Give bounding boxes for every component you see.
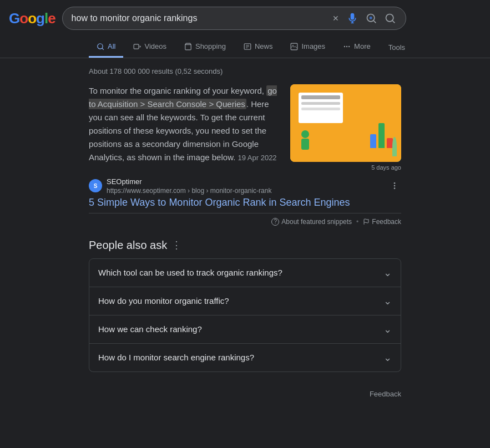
source-more-button[interactable] <box>388 179 401 192</box>
search-icon <box>385 13 396 24</box>
shopping-icon <box>184 43 192 50</box>
paa-list: Which tool can be used to track organic … <box>89 258 401 372</box>
clear-button[interactable] <box>331 13 340 24</box>
nav-tabs: All Videos Shopping News Images <box>0 37 490 58</box>
more-dots-icon <box>343 43 351 50</box>
svg-line-8 <box>102 48 104 49</box>
logo-letter-g: G <box>9 10 19 27</box>
snippet-image-label: 5 days ago <box>290 164 401 171</box>
logo-letter-e: e <box>48 10 55 27</box>
about-snippets-link[interactable]: ? About featured snippets <box>271 218 352 226</box>
illus-screen <box>299 93 343 123</box>
results-count: About 178 000 000 results (0,52 seconds) <box>89 67 401 75</box>
snippet-feedback-label: Feedback <box>372 218 401 226</box>
svg-point-23 <box>394 188 396 190</box>
paa-item-2[interactable]: How we can check ranking? ⌄ <box>89 315 401 344</box>
featured-snippet: To monitor the organic ranking of your k… <box>89 84 401 171</box>
illus-chart <box>370 123 393 148</box>
about-snippets-label: About featured snippets <box>281 218 352 226</box>
paa-header: People also ask ⋮ <box>89 239 401 252</box>
paa-question-2: How we can check ranking? <box>98 324 202 334</box>
bottom-feedback[interactable]: Feedback <box>0 383 490 405</box>
svg-line-3 <box>373 21 376 23</box>
header: Google how to monitor organic rankings <box>0 0 490 37</box>
lens-button[interactable] <box>365 12 378 25</box>
paa-more-button[interactable]: ⋮ <box>171 239 181 251</box>
all-icon <box>97 43 104 50</box>
tab-images[interactable]: Images <box>282 37 333 58</box>
tab-shopping[interactable]: Shopping <box>176 37 234 58</box>
svg-line-6 <box>392 21 395 23</box>
question-icon: ? <box>271 218 279 226</box>
snippet-text-block: To monitor the organic ranking of your k… <box>89 84 281 171</box>
search-icons <box>331 12 397 25</box>
google-logo[interactable]: Google <box>9 10 55 27</box>
logo-letter-g2: g <box>36 10 44 27</box>
snippet-date: 19 Apr 2022 <box>238 154 276 162</box>
logo-letter-o2: o <box>28 10 36 27</box>
results-area: About 178 000 000 results (0,52 seconds)… <box>0 58 490 383</box>
snippet-text: To monitor the organic ranking of your k… <box>89 84 281 164</box>
flag-icon <box>363 218 370 225</box>
tab-all[interactable]: All <box>89 37 123 58</box>
chevron-down-icon-2: ⌄ <box>383 323 392 335</box>
svg-point-18 <box>344 45 345 47</box>
svg-rect-9 <box>134 44 139 48</box>
source-favicon: S <box>89 179 102 192</box>
search-input[interactable]: how to monitor organic rankings <box>72 13 327 23</box>
separator: • <box>356 218 358 226</box>
voice-search-button[interactable] <box>346 12 359 25</box>
paa-question-0: Which tool can be used to track organic … <box>98 268 282 277</box>
paa-title: People also ask <box>89 239 167 252</box>
snippet-feedback-link[interactable]: Feedback <box>363 218 401 226</box>
svg-point-4 <box>369 17 372 19</box>
snippet-image[interactable] <box>290 84 401 162</box>
paa-item-0[interactable]: Which tool can be used to track organic … <box>89 258 401 287</box>
svg-marker-10 <box>140 45 141 48</box>
more-vertical-icon <box>390 181 399 190</box>
logo-letter-o1: o <box>19 10 28 27</box>
snippet-image-block: 5 days ago <box>290 84 401 171</box>
chevron-down-icon-1: ⌄ <box>383 295 392 307</box>
images-icon <box>290 43 298 50</box>
paa-section: People also ask ⋮ Which tool can be used… <box>89 239 401 372</box>
svg-point-20 <box>348 45 350 47</box>
snippet-footer: ? About featured snippets • Feedback <box>89 213 401 230</box>
source-info: SEOptimer https://www.seoptimer.com › bl… <box>107 177 383 195</box>
tab-videos[interactable]: Videos <box>125 37 174 58</box>
tab-news[interactable]: News <box>236 37 281 58</box>
paa-question-3: How do I monitor search engine rankings? <box>98 353 254 362</box>
source-url: https://www.seoptimer.com › blog › monit… <box>107 187 383 195</box>
close-icon <box>332 14 339 23</box>
paa-item-1[interactable]: How do you monitor organic traffic? ⌄ <box>89 287 401 315</box>
source-line: S SEOptimer https://www.seoptimer.com › … <box>89 177 401 195</box>
paa-question-1: How do you monitor organic traffic? <box>98 296 229 306</box>
snippet-title-link[interactable]: 5 Simple Ways to Monitor Organic Rank in… <box>89 197 401 208</box>
mic-icon <box>347 13 358 24</box>
svg-point-19 <box>346 45 347 47</box>
tab-more[interactable]: More <box>335 37 378 58</box>
snippet-image-inner <box>290 84 401 162</box>
illus-plant <box>392 137 397 156</box>
tools-button[interactable]: Tools <box>381 38 413 57</box>
chevron-down-icon-0: ⌄ <box>383 267 392 279</box>
svg-point-22 <box>394 185 396 187</box>
news-icon <box>244 43 251 50</box>
illus-person <box>301 130 309 150</box>
svg-point-21 <box>394 182 396 184</box>
source-name: SEOptimer <box>107 177 383 187</box>
lens-icon <box>366 13 377 24</box>
search-button[interactable] <box>383 12 397 25</box>
paa-item-3[interactable]: How do I monitor search engine rankings?… <box>89 344 401 372</box>
search-bar[interactable]: how to monitor organic rankings <box>62 7 406 30</box>
snippet-text-before: To monitor the organic ranking of your k… <box>89 86 266 95</box>
chevron-down-icon-3: ⌄ <box>383 352 392 364</box>
video-icon <box>133 43 141 50</box>
